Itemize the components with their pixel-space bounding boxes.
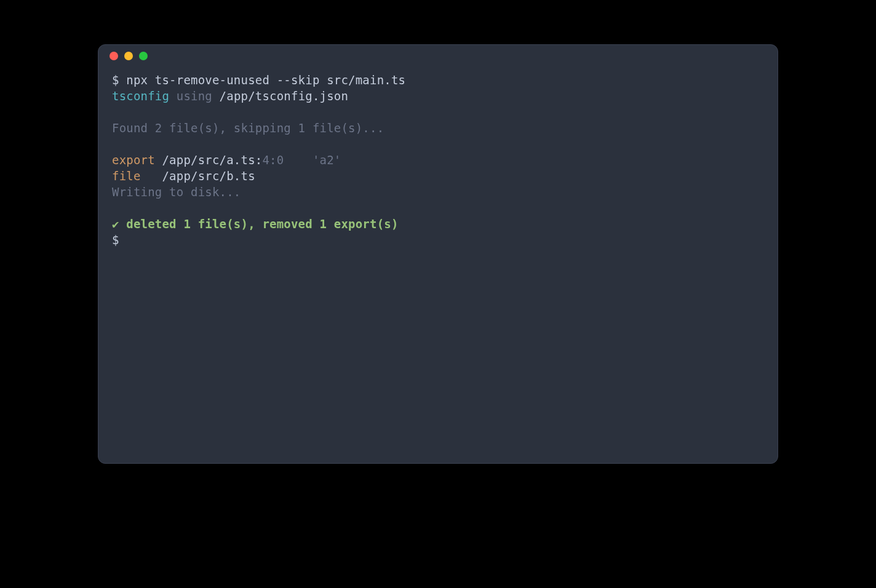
terminal-body[interactable]: $ npx ts-remove-unused --skip src/main.t… (98, 67, 778, 261)
tsconfig-label: tsconfig (112, 89, 169, 103)
maximize-icon[interactable] (139, 52, 148, 60)
prompt-symbol: $ (112, 233, 126, 247)
export-loc: 4:0 (262, 153, 284, 167)
found-line: Found 2 file(s), skipping 1 file(s)... (112, 120, 764, 136)
file-label: file (112, 169, 141, 183)
export-line: export /app/src/a.ts:4:0 'a2' (112, 152, 764, 168)
blank-line (112, 136, 764, 152)
command-text: npx ts-remove-unused --skip src/main.ts (126, 73, 405, 87)
using-text: using (169, 89, 219, 103)
space (155, 153, 162, 167)
space (141, 169, 162, 183)
titlebar (98, 45, 778, 67)
success-line: ✔ deleted 1 file(s), removed 1 export(s) (112, 216, 764, 232)
tsconfig-line: tsconfig using /app/tsconfig.json (112, 88, 764, 104)
minimize-icon[interactable] (124, 52, 133, 60)
file-path: /app/src/b.ts (162, 169, 255, 183)
close-icon[interactable] (110, 52, 118, 60)
prompt-line: $ (112, 232, 764, 248)
terminal-window: $ npx ts-remove-unused --skip src/main.t… (98, 44, 778, 464)
tsconfig-path: /app/tsconfig.json (220, 89, 349, 103)
file-line: file /app/src/b.ts (112, 168, 764, 184)
command-line: $ npx ts-remove-unused --skip src/main.t… (112, 72, 764, 88)
writing-line: Writing to disk... (112, 184, 764, 200)
export-name: 'a2' (313, 153, 341, 167)
prompt-symbol: $ (112, 73, 126, 87)
export-label: export (112, 153, 155, 167)
blank-line (112, 104, 764, 120)
export-path: /app/src/a.ts: (162, 153, 262, 167)
blank-line (112, 200, 764, 216)
space (284, 153, 313, 167)
